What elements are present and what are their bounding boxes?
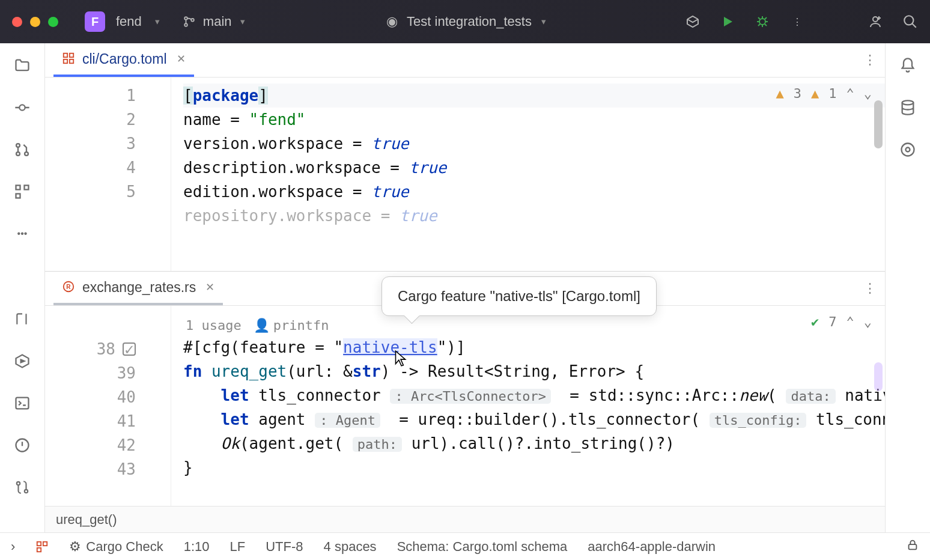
run-icon[interactable] [720,14,735,29]
vcs-branch[interactable]: main ▾ [181,14,245,29]
gutter[interactable]: 1 2 3 4 5 [45,78,171,271]
terminal-icon[interactable] [13,394,31,412]
breadcrumb[interactable]: ureq_get() [45,506,885,532]
titlebar-actions: ⋮ [685,14,918,29]
search-icon[interactable] [902,14,918,29]
tab-exchange-rates[interactable]: R exchange_rates.rs ✕ [53,272,223,305]
chevron-up-icon[interactable]: ⌃ [846,86,854,101]
line-separator[interactable]: LF [230,539,246,555]
project-badge[interactable]: F [85,11,105,32]
code-area-bottom[interactable]: ✔7 ⌃ ⌄ 1 usage 👤printfn #[cfg(feature = … [171,306,885,506]
feature-link[interactable]: native-tls [343,338,437,356]
svg-point-25 [902,144,914,156]
tab-close-icon[interactable]: ✕ [177,52,186,65]
cargo-check-status[interactable]: ⚙Cargo Check [69,539,163,555]
inlay-hint: : Agent [315,413,380,428]
svg-point-1 [184,23,187,26]
svg-point-3 [759,19,765,25]
debug-icon[interactable] [755,14,770,29]
left-tool-sidebar: ••• [0,43,45,532]
run-config-label: Test integration_tests [407,14,532,29]
editor-body-bottom[interactable]: 38✓ 39 40 41 42 43 ✔7 ⌃ ⌄ 1 usage [45,306,885,506]
caret-position[interactable]: 1:10 [184,539,210,555]
notifications-icon[interactable] [899,56,917,75]
bookmarks-icon[interactable] [13,310,31,328]
svg-text:R: R [66,284,71,290]
svg-point-9 [25,152,28,156]
weak-warning-icon: ▲ [811,86,819,101]
svg-rect-18 [64,53,67,57]
inlay-hint: data: [786,389,835,404]
scrollbar-thumb[interactable] [874,100,883,148]
tab-close-icon[interactable]: ✕ [205,281,214,294]
inspections-widget[interactable]: ▲3 ▲1 ⌃ ⌄ [776,86,872,101]
gear-icon: ⚙ [69,539,81,555]
cargo-tool-icon[interactable] [899,141,917,159]
svg-rect-30 [909,544,917,549]
warning-icon: ▲ [776,86,784,101]
tab-label: cli/Cargo.toml [82,51,167,67]
chevron-down-icon[interactable]: ⌄ [864,86,872,101]
rust-file-icon: R [62,280,76,294]
tab-label: exchange_rates.rs [82,279,196,296]
file-encoding[interactable]: UTF-8 [266,539,303,555]
svg-point-24 [902,100,914,105]
usages-label[interactable]: 1 usage [186,318,242,333]
minimize-window-button[interactable] [30,17,40,27]
commit-tool-icon[interactable] [13,99,31,117]
branch-icon [181,14,197,29]
more-tool-icon[interactable]: ••• [13,225,31,243]
tab-cargo-toml[interactable]: cli/Cargo.toml ✕ [53,43,194,77]
scrollbar-marker[interactable] [874,362,883,391]
editor-area: Cargo feature "native-tls" [Cargo.toml] … [45,43,885,532]
maximize-window-button[interactable] [48,17,58,27]
chevron-down-icon[interactable]: ⌄ [864,314,872,329]
svg-rect-12 [16,194,20,198]
close-window-button[interactable] [12,17,22,27]
svg-point-26 [906,148,910,152]
indent-setting[interactable]: 4 spaces [324,539,377,555]
project-name[interactable]: fend [116,14,142,29]
schema-status[interactable]: Schema: Cargo.toml schema [397,539,568,555]
code-with-me-icon[interactable] [868,14,883,29]
tool-window-icon[interactable] [35,540,49,553]
code-area-top[interactable]: ▲3 ▲1 ⌃ ⌄ [package] name = "fend" versio… [171,78,885,271]
inlay-hint: : Arc<TlsConnector> [390,389,551,404]
check-icon: ✔ [811,314,819,329]
build-icon[interactable] [685,14,701,29]
breadcrumb-item[interactable]: ureq_get() [56,512,117,528]
chevron-down-icon[interactable]: ▾ [155,16,160,27]
chevron-up-icon[interactable]: ⌃ [846,314,854,329]
tab-actions-icon[interactable]: ⋮ [863,52,877,68]
svg-rect-10 [16,186,20,190]
run-configuration[interactable]: ◉ Test integration_tests ▾ [384,14,546,29]
svg-rect-19 [70,53,73,57]
svg-rect-14 [16,398,29,409]
svg-point-4 [873,17,878,22]
svg-rect-11 [25,186,29,190]
tab-bar-top: cli/Cargo.toml ✕ ⋮ [45,43,885,78]
pull-requests-icon[interactable] [13,141,31,159]
vcs-tool-icon[interactable] [13,478,31,496]
window-controls [12,17,58,27]
target-triple[interactable]: aarch64-apple-darwin [588,539,716,555]
author-label[interactable]: printfn [273,318,329,333]
services-icon[interactable] [13,352,31,370]
structure-tool-icon[interactable] [13,183,31,201]
database-icon[interactable] [899,99,917,117]
chevron-down-icon[interactable]: ▾ [240,16,245,27]
problems-icon[interactable] [13,436,31,454]
more-actions-icon[interactable]: ⋮ [789,14,805,29]
chevron-down-icon[interactable]: ▾ [541,16,546,27]
inlay-hint: path: [353,437,402,452]
lock-icon[interactable] [906,538,919,555]
gutter-checkbox-icon[interactable]: ✓ [123,342,136,356]
gutter[interactable]: 38✓ 39 40 41 42 43 [45,306,171,506]
chevron-right-icon[interactable]: › [11,539,15,555]
project-tool-icon[interactable] [13,56,31,75]
status-bar: › ⚙Cargo Check 1:10 LF UTF-8 4 spaces Sc… [0,532,930,560]
rust-icon: ◉ [384,14,400,29]
editor-body-top[interactable]: 1 2 3 4 5 ▲3 ▲1 ⌃ ⌄ [package] name = "fe… [45,78,885,271]
inspections-widget[interactable]: ✔7 ⌃ ⌄ [811,314,872,329]
tab-actions-icon[interactable]: ⋮ [863,281,877,296]
